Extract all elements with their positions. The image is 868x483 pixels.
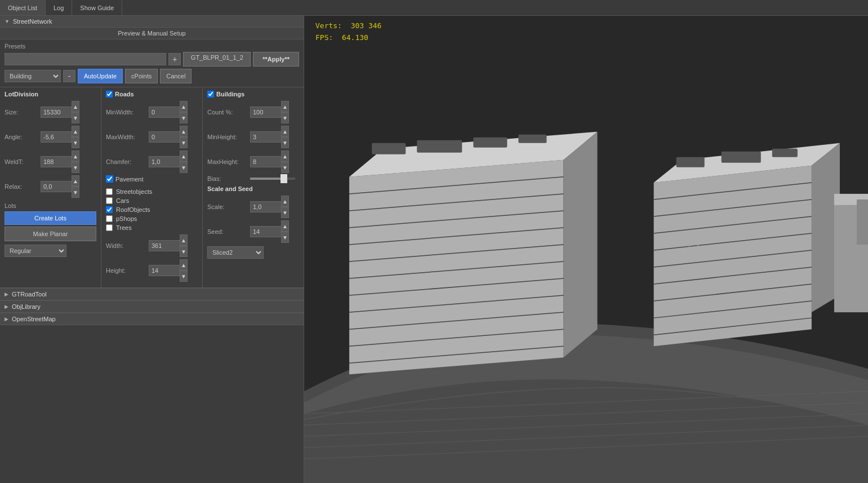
seed-down[interactable]: ▼ — [281, 232, 289, 243]
chamfer-input[interactable] — [149, 156, 180, 167]
roads-checkbox[interactable] — [106, 91, 113, 98]
cars-checkbox[interactable] — [106, 197, 113, 204]
count-down[interactable]: ▼ — [281, 112, 289, 123]
relax-down[interactable]: ▼ — [72, 187, 79, 198]
autoupdate-button[interactable]: AutoUpdate — [78, 69, 123, 83]
minheight-input[interactable] — [250, 131, 281, 143]
verts-label: Verts: — [315, 21, 342, 30]
building-dropdown[interactable]: Building — [5, 70, 61, 82]
road-height-label: Height: — [106, 267, 146, 274]
apply-button[interactable]: **Apply** — [253, 52, 299, 67]
road-width-down[interactable]: ▼ — [180, 246, 188, 257]
main-container: ▼ StreetNetwork Preview & Manual Setup P… — [0, 16, 868, 483]
svg-rect-20 — [417, 140, 462, 153]
minwidth-input[interactable] — [149, 107, 180, 118]
maxwidth-input[interactable] — [149, 131, 180, 143]
svg-rect-19 — [372, 143, 406, 154]
weldt-input[interactable] — [41, 156, 72, 167]
maxheight-input[interactable] — [250, 156, 281, 167]
collapsed-objlibrary: ▶ ObjLibrary — [0, 300, 304, 313]
chamfer-down[interactable]: ▼ — [180, 162, 188, 173]
seed-up[interactable]: ▲ — [281, 220, 289, 232]
minwidth-down[interactable]: ▼ — [180, 112, 188, 123]
size-input[interactable] — [41, 107, 72, 118]
trees-checkbox[interactable] — [106, 224, 113, 231]
pshops-checkbox[interactable] — [106, 215, 113, 222]
panel-header-streetnetwork[interactable]: ▼ StreetNetwork — [0, 16, 304, 28]
pavement-checkbox[interactable] — [106, 175, 113, 183]
create-lots-button[interactable]: Create Lots — [5, 211, 96, 225]
buildings-checkbox[interactable] — [207, 91, 214, 98]
minwidth-field: MinWidth: ▲ ▼ — [106, 101, 198, 123]
streetobjects-checkbox[interactable] — [106, 188, 113, 195]
seed-input[interactable] — [250, 226, 281, 237]
openstreetmap-header[interactable]: ▶ OpenStreetMap — [0, 313, 304, 325]
chamfer-up[interactable]: ▲ — [180, 150, 188, 162]
relax-up[interactable]: ▲ — [72, 175, 79, 187]
objlibrary-label: ObjLibrary — [12, 303, 41, 310]
top-bar: Object List Log Show Guide — [0, 0, 868, 16]
roofobjects-checkbox[interactable] — [106, 206, 113, 213]
cpoints-button[interactable]: cPoints — [125, 69, 158, 83]
bias-slider[interactable] — [250, 178, 295, 180]
relax-label: Relax: — [5, 183, 38, 190]
angle-input[interactable] — [41, 131, 72, 143]
gtroadtool-arrow: ▶ — [5, 291, 8, 297]
chamfer-spinners: ▲ ▼ — [180, 150, 188, 173]
maxwidth-label: MaxWidth: — [106, 134, 146, 140]
building-style-dropdown[interactable]: Sliced2 — [207, 246, 264, 259]
preset-add-button[interactable]: + — [168, 53, 181, 65]
count-up[interactable]: ▲ — [281, 101, 289, 112]
maxwidth-down[interactable]: ▼ — [180, 137, 188, 148]
make-planar-button[interactable]: Make Planar — [5, 227, 96, 241]
road-width-input[interactable] — [149, 240, 180, 251]
pavement-dimensions: Width: ▲ ▼ Height: — [106, 234, 198, 282]
minheight-label: MinHeight: — [207, 134, 248, 140]
relax-input[interactable] — [41, 181, 72, 192]
road-height-down[interactable]: ▼ — [180, 271, 188, 282]
count-input[interactable] — [250, 107, 281, 118]
collapsed-gtroadtool: ▶ GTRoadTool — [0, 288, 304, 300]
objlibrary-header[interactable]: ▶ ObjLibrary — [0, 301, 304, 313]
viewport-3d[interactable]: Verts: 303 346 FPS: 64.130 — [304, 16, 868, 483]
presets-label: Presets — [5, 43, 299, 50]
tab-object-list[interactable]: Object List — [0, 0, 46, 15]
size-down[interactable]: ▼ — [72, 112, 79, 123]
scale-down[interactable]: ▼ — [281, 207, 289, 218]
gtroadtool-header[interactable]: ▶ GTRoadTool — [0, 289, 304, 300]
weldt-up[interactable]: ▲ — [72, 150, 79, 162]
scale-up[interactable]: ▲ — [281, 196, 289, 207]
road-width-up[interactable]: ▲ — [180, 234, 188, 246]
collapse-arrow: ▼ — [5, 19, 10, 24]
minheight-down[interactable]: ▼ — [281, 137, 289, 148]
svg-rect-34 — [772, 149, 798, 157]
preset-text-input[interactable] — [5, 53, 166, 65]
lots-style-dropdown[interactable]: Regular — [5, 245, 66, 257]
maxheight-down[interactable]: ▼ — [281, 162, 289, 173]
minwidth-up[interactable]: ▲ — [180, 101, 188, 112]
maxheight-up[interactable]: ▲ — [281, 150, 289, 162]
minwidth-label: MinWidth: — [106, 109, 146, 116]
weldt-down[interactable]: ▼ — [72, 162, 79, 173]
size-up[interactable]: ▲ — [72, 101, 79, 112]
seed-label: Seed: — [207, 228, 248, 235]
weldt-field: WeldT: ▲ ▼ — [5, 150, 96, 173]
angle-label: Angle: — [5, 134, 38, 140]
cancel-button[interactable]: Cancel — [160, 69, 192, 83]
minheight-up[interactable]: ▲ — [281, 126, 289, 137]
bias-field: Bias: — [207, 175, 299, 182]
lots-buttons: Create Lots Make Planar — [5, 211, 96, 241]
angle-up[interactable]: ▲ — [72, 126, 79, 137]
minheight-spinners: ▲ ▼ — [281, 126, 289, 148]
road-height-input[interactable] — [149, 265, 180, 276]
maxwidth-up[interactable]: ▲ — [180, 126, 188, 137]
scale-seed-header: Scale and Seed — [207, 185, 299, 192]
pshops-label: pShops — [116, 215, 137, 222]
road-height-up[interactable]: ▲ — [180, 259, 188, 271]
tab-log[interactable]: Log — [46, 0, 72, 15]
angle-down[interactable]: ▼ — [72, 137, 79, 148]
dropdown-extra-btn[interactable]: - — [63, 70, 75, 82]
tab-show-guide[interactable]: Show Guide — [72, 0, 122, 15]
scale-input[interactable] — [250, 201, 281, 212]
buttons-row: Building - AutoUpdate cPoints Cancel — [5, 69, 299, 83]
